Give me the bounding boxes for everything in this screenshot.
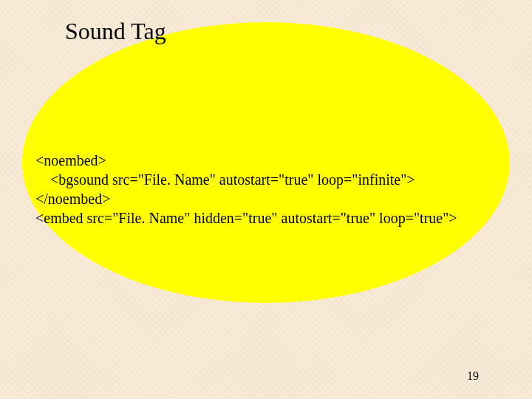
slide-title: Sound Tag	[65, 18, 166, 45]
page-number: 19	[467, 369, 479, 383]
code-line: </noembed>	[35, 191, 110, 207]
code-line: <bgsound src="File. Name" autostart="tru…	[35, 171, 415, 188]
code-line: <embed src="File. Name" hidden="true" au…	[35, 210, 457, 226]
code-line: <noembed>	[35, 152, 106, 168]
code-block: <noembed> <bgsound src="File. Name" auto…	[35, 132, 457, 228]
